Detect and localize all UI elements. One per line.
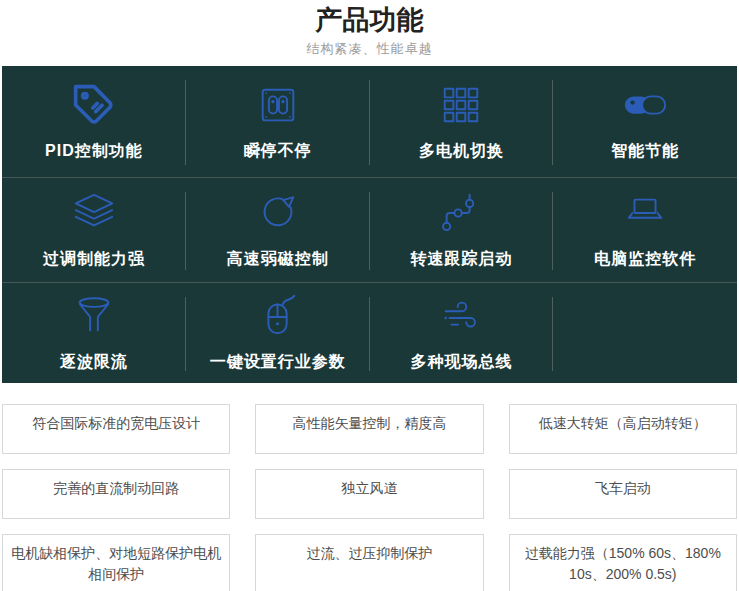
grid-cell-label: 过调制能力强 [43,249,145,270]
rotate-icon [255,190,301,236]
grid-icon [438,82,484,128]
grid-cell-label: PID控制功能 [45,141,143,162]
feature-box-wide-voltage: 符合国际标准的宽电压设计 [2,404,230,454]
tag-icon [72,82,116,128]
feature-box-flying-start: 飞车启动 [509,469,737,519]
feature-box-vector-control: 高性能矢量控制，精度高 [255,404,483,454]
feature-grid: PID控制功能 瞬停不停 [2,66,737,383]
grid-cell-label: 逐波限流 [60,352,128,373]
grid-cell-flux-weakening: 高速弱磁控制 [186,178,370,282]
socket-icon [255,82,301,128]
grid-cell-label: 电脑监控软件 [594,249,696,270]
grid-row: 逐波限流 一键设置行业参数 [2,283,737,383]
grid-cell-empty [553,283,737,383]
grid-cell-energy-saving: 智能节能 [553,66,737,177]
grid-cell-pc-monitoring: 电脑监控软件 [553,178,737,282]
feature-box-dc-braking: 完善的直流制动回路 [2,469,230,519]
layers-icon [71,190,117,236]
page-title: 产品功能 [0,3,739,37]
grid-cell-one-key-setup: 一键设置行业参数 [186,283,370,383]
funnel-icon [71,293,117,339]
feature-box-motor-protection: 电机缺相保护、对地短路保护电机相间保护 [2,534,230,591]
grid-row: PID控制功能 瞬停不停 [2,66,737,178]
laptop-icon [622,190,668,236]
toggle-icon [622,82,668,128]
grid-cell-label: 智能节能 [611,141,679,162]
grid-cell-current-limit: 逐波限流 [2,283,186,383]
page-subtitle: 结构紧凑、性能卓越 [0,40,739,58]
nodes-icon [438,190,484,236]
feature-box-low-speed-torque: 低速大转矩（高启动转矩） [509,404,737,454]
grid-cell-pid-control: PID控制功能 [2,66,186,177]
grid-row: 过调制能力强 高速弱磁控制 转速 [2,178,737,283]
mouse-icon [255,293,301,339]
grid-cell-label: 瞬停不停 [244,141,312,162]
grid-cell-fieldbus: 多种现场总线 [370,283,554,383]
grid-cell-label: 多种现场总线 [410,352,512,373]
feature-list: 符合国际标准的宽电压设计 高性能矢量控制，精度高 低速大转矩（高启动转矩） 完善… [2,404,737,591]
grid-cell-overmodulation: 过调制能力强 [2,178,186,282]
feature-box-overload-capacity: 过载能力强（150% 60s、180% 10s、200% 0.5s) [509,534,737,591]
grid-cell-label: 转速跟踪启动 [410,249,512,270]
grid-cell-label: 一键设置行业参数 [210,352,346,373]
feature-box-overcurrent-protection: 过流、过压抑制保护 [255,534,483,591]
grid-cell-speed-tracking: 转速跟踪启动 [370,178,554,282]
grid-cell-restart: 瞬停不停 [186,66,370,177]
wind-icon [438,293,484,339]
feature-box-independent-duct: 独立风道 [255,469,483,519]
page-header: 产品功能 结构紧凑、性能卓越 [0,0,739,58]
grid-cell-label: 高速弱磁控制 [227,249,329,270]
grid-cell-multi-motor: 多电机切换 [370,66,554,177]
grid-cell-label: 多电机切换 [419,141,504,162]
